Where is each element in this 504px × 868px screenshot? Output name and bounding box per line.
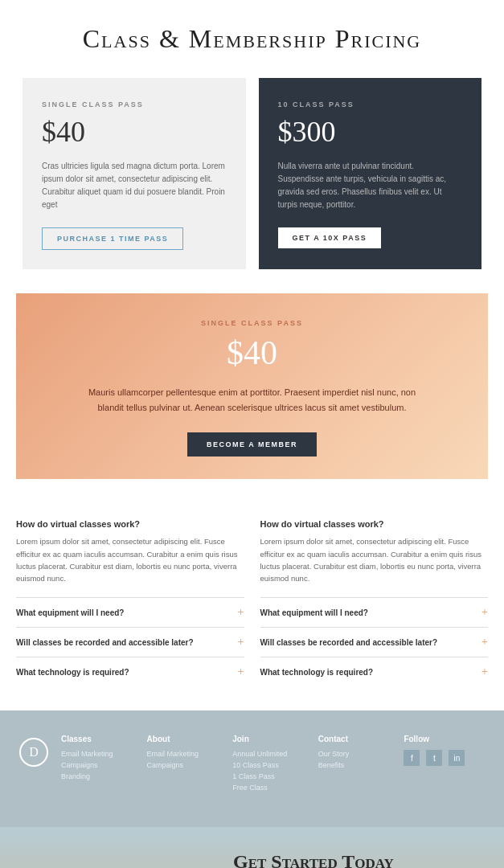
footer-about-link-2[interactable]: Campaigns [147, 761, 223, 769]
footer-join-link-4[interactable]: Free Class [232, 784, 309, 792]
featured-description: Mauris ullamcorper pellentesque enim at … [84, 385, 421, 415]
faq2-question-2: Will classes be recorded and accessible … [260, 638, 438, 647]
faq2-question-3: What technology is required? [260, 668, 374, 677]
faq2-item-1[interactable]: What equipment will I need? + [260, 597, 489, 627]
footer-col-classes: Classes Email Marketing Campaigns Brandi… [56, 735, 142, 795]
pricing-card-10class: 10 Class Pass $300 Nulla viverra ante ut… [259, 78, 482, 269]
card1-price: $40 [42, 115, 227, 149]
faq1-expand-icon-1: + [238, 606, 244, 619]
featured-price: $40 [48, 334, 456, 372]
get-started-section: Get Started Today Name Email Address Mes… [0, 827, 504, 868]
footer-top: D Classes Email Marketing Campaigns Bran… [19, 735, 485, 795]
faq2-main-answer: Lorem ipsum dolor sit amet, consectetur … [260, 535, 489, 584]
footer-col-contact: Contact Our Story Benefits [313, 735, 400, 795]
footer: D Classes Email Marketing Campaigns Bran… [0, 710, 504, 827]
footer-columns: Classes Email Marketing Campaigns Brandi… [56, 735, 485, 795]
pricing-card-single: Single Class Pass $40 Cras ultricies lig… [23, 78, 246, 269]
footer-follow-title: Follow [404, 735, 480, 743]
footer-contact-link-1[interactable]: Our Story [318, 750, 395, 758]
footer-about-title: About [147, 735, 223, 743]
footer-col-follow: Follow f t in [399, 735, 485, 795]
get-10x-button[interactable]: Get a 10X Pass [278, 227, 382, 248]
pricing-row: Single Class Pass $40 Cras ultricies lig… [0, 70, 504, 285]
page-title-section: Class & Membership Pricing [0, 0, 504, 70]
faq1-question-2: Will classes be recorded and accessible … [16, 638, 194, 647]
twitter-icon[interactable]: t [426, 750, 442, 766]
footer-social-icons: f t in [404, 750, 480, 766]
footer-join-link-3[interactable]: 1 Class Pass [232, 772, 309, 780]
faq1-item-2[interactable]: Will classes be recorded and accessible … [16, 627, 244, 657]
faq2-expand-icon-1: + [481, 606, 488, 619]
footer-col-join: Join Annual Unlimited 10 Class Pass 1 Cl… [227, 735, 313, 795]
featured-pricing-card: Single Class Pass $40 Mauris ullamcorper… [16, 293, 488, 479]
become-member-button[interactable]: Become a Member [187, 432, 317, 457]
card1-description: Cras ultricies ligula sed magna dictum p… [42, 160, 227, 211]
footer-join-title: Join [232, 735, 309, 743]
faq1-main-question: How do virtual classes work? [16, 519, 244, 529]
faq1-question-1: What equipment will I need? [16, 608, 124, 617]
faq2-expand-icon-3: + [481, 665, 488, 678]
page-title: Class & Membership Pricing [16, 24, 488, 54]
card2-price: $300 [278, 115, 463, 149]
card2-description: Nulla viverra ante ut pulvinar tincidunt… [278, 160, 463, 211]
footer-classes-link-3[interactable]: Branding [61, 772, 137, 780]
footer-logo: D [19, 738, 48, 767]
faq-col-1: How do virtual classes work? Lorem ipsum… [16, 519, 244, 686]
footer-classes-link-1[interactable]: Email Marketing [61, 750, 137, 758]
get-started-form-area: Get Started Today Name Email Address Mes… [225, 827, 504, 868]
footer-contact-link-2[interactable]: Benefits [318, 761, 395, 769]
faq2-item-3[interactable]: What technology is required? + [260, 657, 489, 686]
faq-section: How do virtual classes work? Lorem ipsum… [0, 495, 504, 710]
card1-label: Single Class Pass [42, 100, 227, 108]
facebook-icon[interactable]: f [404, 750, 420, 766]
footer-classes-link-2[interactable]: Campaigns [61, 761, 137, 769]
footer-join-link-2[interactable]: 10 Class Pass [232, 761, 309, 769]
faq-col-2: How do virtual classes work? Lorem ipsum… [260, 519, 489, 686]
purchase-1time-button[interactable]: Purchase 1 Time Pass [42, 227, 183, 250]
get-started-title: Get Started Today [233, 851, 488, 868]
linkedin-icon[interactable]: in [449, 750, 465, 766]
footer-join-link-1[interactable]: Annual Unlimited [232, 750, 309, 758]
faq2-main-question: How do virtual classes work? [260, 519, 489, 529]
footer-contact-title: Contact [318, 735, 395, 743]
footer-col-about: About Email Marketing Campaigns [142, 735, 228, 795]
card2-label: 10 Class Pass [278, 100, 463, 108]
footer-classes-title: Classes [61, 735, 137, 743]
faq1-expand-icon-3: + [238, 665, 244, 678]
faq1-question-3: What technology is required? [16, 668, 129, 677]
faq2-question-1: What equipment will I need? [260, 608, 368, 617]
featured-label: Single Class Pass [48, 319, 456, 327]
faq1-expand-icon-2: + [238, 636, 244, 649]
faq2-item-2[interactable]: Will classes be recorded and accessible … [260, 627, 489, 657]
faq1-main-answer: Lorem ipsum dolor sit amet, consectetur … [16, 535, 244, 584]
footer-about-link-1[interactable]: Email Marketing [147, 750, 223, 758]
faq1-item-3[interactable]: What technology is required? + [16, 657, 244, 686]
faq2-expand-icon-2: + [481, 636, 488, 649]
faq1-item-1[interactable]: What equipment will I need? + [16, 597, 244, 627]
